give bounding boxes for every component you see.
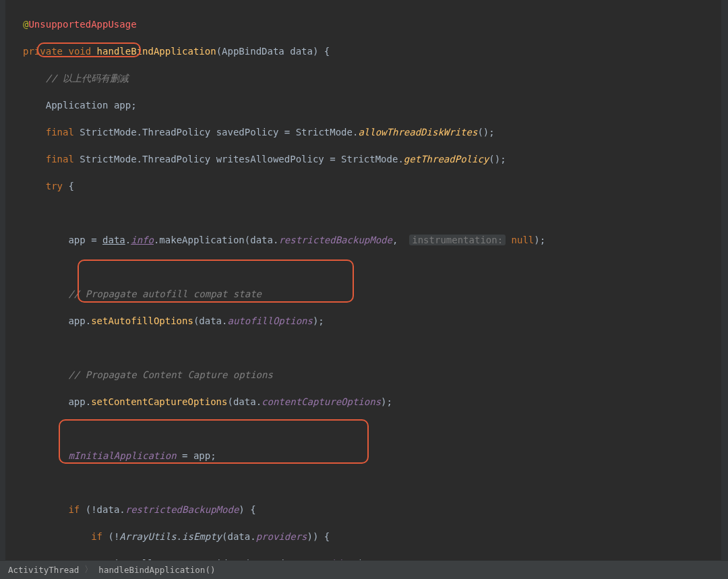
comment-trim: // 以上代码有删减 (46, 73, 129, 84)
comment-autofill: // Propagate autofill compat state (68, 288, 262, 299)
app-decl-type: Application (46, 100, 109, 111)
code-area[interactable]: @UnsupportedAppUsage private void handle… (0, 0, 728, 560)
breadcrumb[interactable]: ActivityThread 〉 handleBindApplication() (0, 560, 728, 579)
method-name: handleBindApplication (97, 46, 216, 57)
inlay-hint: instrumentation: (409, 235, 506, 245)
kw-void: void (68, 46, 91, 57)
kw-private: private (23, 46, 63, 57)
comment-cc: // Propagate Content Capture options (68, 369, 272, 380)
code-editor[interactable]: @UnsupportedAppUsage private void handle… (0, 0, 728, 560)
breadcrumb-class[interactable]: ActivityThread (5, 565, 82, 575)
annotation-name: UnsupportedAppUsage (28, 19, 136, 30)
breadcrumb-separator-icon: 〉 (84, 564, 93, 576)
breadcrumb-method[interactable]: handleBindApplication() (96, 565, 218, 575)
